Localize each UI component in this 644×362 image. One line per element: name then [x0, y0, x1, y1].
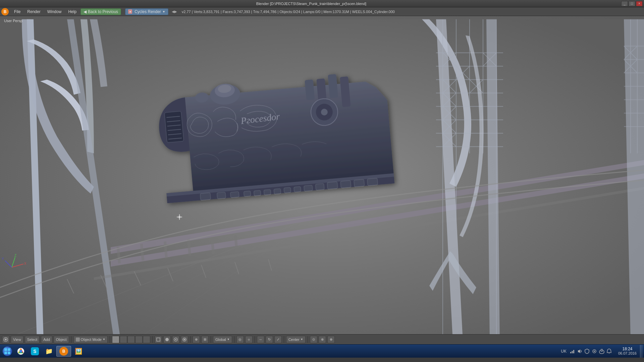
- taskbar-clock[interactable]: 18:24 06.07.2016: [615, 347, 639, 356]
- tray-antivirus-icon[interactable]: [584, 348, 590, 354]
- taskbar-explorer[interactable]: 📁: [42, 346, 56, 357]
- taskbar-blender[interactable]: B: [56, 346, 71, 357]
- menu-render[interactable]: Render: [24, 9, 43, 15]
- texture-btn[interactable]: [172, 336, 179, 343]
- blender-icon: B: [59, 347, 68, 356]
- viewport[interactable]: Ргоcesdor: [0, 16, 644, 344]
- menu-help[interactable]: Help: [65, 9, 79, 15]
- bottom-toolbar: View Select Add Object Object Mode ▼: [0, 334, 644, 344]
- layer-2-btn[interactable]: [120, 336, 127, 343]
- locale-label: UK: [561, 349, 567, 354]
- solid-btn[interactable]: [163, 336, 171, 343]
- view-menu[interactable]: View: [11, 336, 23, 343]
- snap-icon[interactable]: ⊞: [201, 336, 209, 343]
- start-button[interactable]: [1, 346, 13, 357]
- time-display: 18:24: [622, 347, 632, 351]
- render-icon: ●: [128, 9, 132, 14]
- transform-manipulator-btn[interactable]: ↔: [257, 336, 264, 343]
- svg-rect-120: [570, 352, 571, 353]
- system-tray: UK: [558, 348, 615, 354]
- svg-rect-41: [327, 182, 338, 189]
- menu-window[interactable]: Window: [45, 9, 64, 15]
- scale-manipulator-btn[interactable]: ⤢: [274, 336, 282, 343]
- blender-logo: B: [1, 8, 9, 15]
- separator-1: [71, 336, 71, 343]
- skype-icon: S: [31, 347, 39, 355]
- rotation-manipulator-btn[interactable]: ↻: [266, 336, 273, 343]
- svg-rect-34: [254, 190, 261, 196]
- svg-rect-126: [601, 349, 602, 351]
- layer-3-btn[interactable]: [127, 336, 135, 343]
- extra-btn-3[interactable]: ⊕: [327, 336, 335, 343]
- titlebar-title: Blender [D:\PROJECTS\Steam_Punk_train\bl…: [1, 2, 621, 6]
- svg-rect-43: [354, 179, 365, 187]
- pivot-icon[interactable]: ⊕: [193, 336, 200, 343]
- render-engine-selector[interactable]: ● Cycles Render ▼: [125, 8, 168, 15]
- svg-rect-122: [573, 350, 574, 353]
- windows-logo-icon: [3, 347, 12, 356]
- svg-rect-44: [367, 178, 378, 186]
- svg-rect-38: [294, 186, 301, 192]
- viewport-type-icon[interactable]: [2, 336, 9, 343]
- layer-4-btn[interactable]: [135, 336, 143, 343]
- taskbar-chrome[interactable]: [14, 346, 28, 357]
- tray-volume-icon[interactable]: [577, 348, 583, 354]
- mode-selector[interactable]: Object Mode ▼: [73, 336, 108, 343]
- titlebar-controls: _ □ ×: [621, 1, 643, 6]
- separator-3: [152, 336, 153, 343]
- proportional-type-btn[interactable]: ⌾: [245, 336, 253, 343]
- svg-text:X: X: [24, 262, 26, 265]
- explorer-icon: 📁: [45, 347, 53, 355]
- layer-buttons: [112, 336, 150, 343]
- taskbar-app5[interactable]: 🖼️: [72, 346, 85, 357]
- svg-rect-42: [340, 180, 351, 188]
- render-btn[interactable]: [181, 336, 188, 343]
- svg-text:Z: Z: [14, 254, 16, 257]
- separator-5: [211, 336, 211, 343]
- mode-icon: [76, 338, 80, 342]
- object-menu[interactable]: Object: [54, 336, 69, 343]
- separator-4: [190, 336, 191, 343]
- select-menu[interactable]: Select: [25, 336, 40, 343]
- back-to-previous-label: Back to Previous: [88, 9, 118, 14]
- extra-btn-2[interactable]: ⊗: [319, 336, 326, 343]
- date-display: 06.07.2016: [618, 351, 637, 356]
- separator-2: [110, 336, 110, 343]
- add-menu[interactable]: Add: [41, 336, 52, 343]
- proportional-edit-btn[interactable]: ◎: [236, 336, 244, 343]
- wireframe-btn[interactable]: [155, 336, 162, 343]
- menubar: B File Render Window Help ◀ Back to Prev…: [0, 7, 644, 16]
- taskbar: S 📁 B 🖼️ UK: [0, 344, 644, 358]
- back-to-previous-button[interactable]: ◀ Back to Previous: [80, 8, 121, 15]
- show-desktop-btn[interactable]: [640, 345, 643, 358]
- extra-btn-1[interactable]: ⊙: [310, 336, 317, 343]
- render-dropdown-icon: ▼: [162, 10, 165, 13]
- taskbar-skype[interactable]: S: [28, 346, 42, 357]
- global-local-selector[interactable]: Global ▼: [213, 336, 232, 343]
- maximize-button[interactable]: □: [629, 1, 635, 6]
- close-button[interactable]: ×: [636, 1, 643, 6]
- separator-7: [255, 336, 255, 343]
- tray-settings-icon[interactable]: [591, 348, 597, 354]
- svg-rect-114: [8, 348, 10, 351]
- svg-rect-32: [230, 192, 239, 198]
- svg-rect-115: [4, 352, 7, 354]
- svg-rect-31: [217, 192, 226, 199]
- svg-rect-35: [264, 189, 271, 195]
- global-dropdown-icon: ▼: [227, 338, 230, 341]
- layer-1-btn[interactable]: [112, 336, 119, 343]
- svg-text:Y: Y: [2, 257, 4, 261]
- svg-point-111: [175, 339, 176, 340]
- svg-rect-39: [304, 185, 313, 191]
- render-engine-label: Cycles Render: [135, 9, 161, 14]
- center-selector[interactable]: Center ▼: [286, 336, 306, 343]
- tray-network-icon[interactable]: [569, 348, 575, 354]
- tray-notification-icon[interactable]: [606, 348, 612, 354]
- tray-power-icon[interactable]: [599, 348, 605, 354]
- layer-5-btn[interactable]: [143, 336, 150, 343]
- titlebar: Blender [D:\PROJECTS\Steam_Punk_train\bl…: [0, 0, 644, 7]
- minimize-button[interactable]: _: [621, 1, 628, 6]
- svg-rect-37: [284, 187, 291, 193]
- menu-file[interactable]: File: [11, 9, 23, 15]
- separator-9: [308, 336, 308, 343]
